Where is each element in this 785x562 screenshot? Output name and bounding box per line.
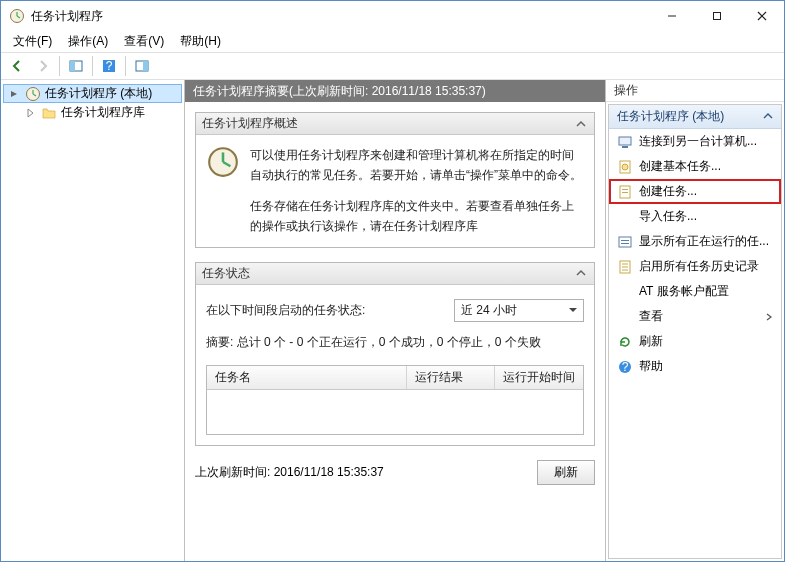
svg-rect-4 (713, 13, 720, 20)
actions-section-label: 任务计划程序 (本地) (617, 108, 724, 125)
menu-help[interactable]: 帮助(H) (172, 31, 229, 52)
action-label: 刷新 (639, 333, 663, 350)
menubar: 文件(F) 操作(A) 查看(V) 帮助(H) (1, 31, 784, 52)
action-label: 导入任务... (639, 208, 697, 225)
action-import-task[interactable]: 导入任务... (609, 204, 781, 229)
overview-group-header[interactable]: 任务计划程序概述 (196, 113, 594, 135)
toolbar-separator (125, 56, 126, 76)
tree-expander-icon[interactable] (7, 87, 21, 101)
column-task-name[interactable]: 任务名 (207, 366, 407, 389)
status-summary-text: 摘要: 总计 0 个 - 0 个正在运行，0 个成功，0 个停止，0 个失败 (206, 334, 584, 351)
action-show-all-running-tasks[interactable]: 显示所有正在运行的任... (609, 229, 781, 254)
overview-title: 任务计划程序概述 (202, 115, 298, 132)
task-icon (617, 159, 633, 175)
tree-root-task-scheduler-local[interactable]: 任务计划程序 (本地) (3, 84, 182, 103)
svg-rect-26 (619, 237, 631, 247)
svg-point-22 (622, 164, 628, 170)
console-tree: 任务计划程序 (本地) 任务计划程序库 (1, 80, 185, 561)
chevron-right-icon (765, 310, 773, 324)
toolbar-separator (59, 56, 60, 76)
computer-icon (617, 134, 633, 150)
svg-rect-8 (70, 61, 75, 71)
tree-library-label: 任务计划程序库 (61, 104, 145, 121)
nav-back-button[interactable] (5, 54, 29, 78)
actions-section-header[interactable]: 任务计划程序 (本地) (609, 105, 781, 129)
svg-rect-25 (622, 192, 628, 193)
actions-pane-title: 操作 (606, 80, 784, 102)
refresh-icon (617, 334, 633, 350)
action-create-basic-task[interactable]: 创建基本任务... (609, 154, 781, 179)
svg-rect-24 (622, 189, 628, 190)
column-run-start[interactable]: 运行开始时间 (495, 366, 583, 389)
history-icon (617, 259, 633, 275)
status-task-table: 任务名 运行结果 运行开始时间 (206, 365, 584, 435)
app-icon (9, 8, 25, 24)
help-button[interactable]: ? (97, 54, 121, 78)
running-tasks-icon (617, 234, 633, 250)
help-icon: ? (617, 359, 633, 375)
action-enable-all-task-history[interactable]: 启用所有任务历史记录 (609, 254, 781, 279)
overview-group: 任务计划程序概述 可以使用任务计划程序来创建和管理计算机将在所指定的时间自动执行… (195, 112, 595, 248)
svg-rect-12 (143, 61, 148, 71)
status-period-label: 在以下时间段启动的任务状态: (206, 302, 454, 319)
toolbar-separator (92, 56, 93, 76)
svg-text:?: ? (106, 59, 113, 73)
menu-file[interactable]: 文件(F) (5, 31, 60, 52)
account-icon (617, 284, 633, 300)
details-pane: 任务计划程序摘要(上次刷新时间: 2016/11/18 15:35:37) 任务… (185, 80, 606, 561)
window-title: 任务计划程序 (31, 8, 649, 25)
action-label: 启用所有任务历史记录 (639, 258, 759, 275)
actions-pane: 操作 任务计划程序 (本地) 连接到另一台计算机... 创建基本任务... (606, 80, 784, 561)
clock-icon (25, 86, 41, 102)
show-hide-action-pane-button[interactable] (130, 54, 154, 78)
overview-paragraph-2: 任务存储在任务计划程序库的文件夹中。若要查看单独任务上的操作或执行该操作，请在任… (250, 196, 584, 237)
action-label: 查看 (639, 308, 663, 325)
action-label: 帮助 (639, 358, 663, 375)
action-label: 连接到另一台计算机... (639, 133, 757, 150)
details-header: 任务计划程序摘要(上次刷新时间: 2016/11/18 15:35:37) (185, 80, 605, 102)
action-view[interactable]: 查看 (609, 304, 781, 329)
task-icon (617, 184, 633, 200)
menu-action[interactable]: 操作(A) (60, 31, 116, 52)
svg-rect-27 (621, 240, 629, 241)
collapse-icon[interactable] (574, 117, 588, 131)
column-run-result[interactable]: 运行结果 (407, 366, 495, 389)
folder-icon (41, 105, 57, 121)
svg-rect-19 (619, 137, 631, 145)
task-status-title: 任务状态 (202, 265, 250, 282)
clock-icon (206, 145, 240, 182)
collapse-icon[interactable] (574, 266, 588, 280)
menu-view[interactable]: 查看(V) (116, 31, 172, 52)
svg-text:?: ? (622, 360, 629, 374)
task-status-group: 任务状态 在以下时间段启动的任务状态: 近 24 小时 摘要: 总计 0 个 (195, 262, 595, 446)
tree-root-label: 任务计划程序 (本地) (45, 85, 152, 102)
refresh-button[interactable]: 刷新 (537, 460, 595, 485)
action-create-task[interactable]: 创建任务... (609, 179, 781, 204)
last-refresh-label: 上次刷新时间: 2016/11/18 15:35:37 (195, 464, 537, 481)
action-at-service-account[interactable]: AT 服务帐户配置 (609, 279, 781, 304)
import-icon (617, 209, 633, 225)
action-connect-another-computer[interactable]: 连接到另一台计算机... (609, 129, 781, 154)
tree-item-task-scheduler-library[interactable]: 任务计划程序库 (19, 103, 182, 122)
action-label: 显示所有正在运行的任... (639, 233, 769, 250)
action-label: 创建任务... (639, 183, 697, 200)
toolbar: ? (1, 52, 784, 80)
action-label: 创建基本任务... (639, 158, 721, 175)
chevron-up-icon (763, 110, 773, 124)
tree-expander-icon[interactable] (23, 106, 37, 120)
maximize-button[interactable] (694, 2, 739, 30)
close-button[interactable] (739, 2, 784, 30)
task-status-group-header[interactable]: 任务状态 (196, 263, 594, 285)
action-help[interactable]: ? 帮助 (609, 354, 781, 379)
titlebar: 任务计划程序 (1, 1, 784, 31)
nav-forward-button[interactable] (31, 54, 55, 78)
svg-rect-28 (621, 243, 629, 244)
action-refresh[interactable]: 刷新 (609, 329, 781, 354)
show-hide-console-tree-button[interactable] (64, 54, 88, 78)
status-period-dropdown[interactable]: 近 24 小时 (454, 299, 584, 322)
overview-paragraph-1: 可以使用任务计划程序来创建和管理计算机将在所指定的时间自动执行的常见任务。若要开… (250, 145, 584, 186)
status-period-value: 近 24 小时 (461, 302, 517, 319)
svg-rect-20 (622, 146, 628, 148)
minimize-button[interactable] (649, 2, 694, 30)
action-label: AT 服务帐户配置 (639, 283, 729, 300)
